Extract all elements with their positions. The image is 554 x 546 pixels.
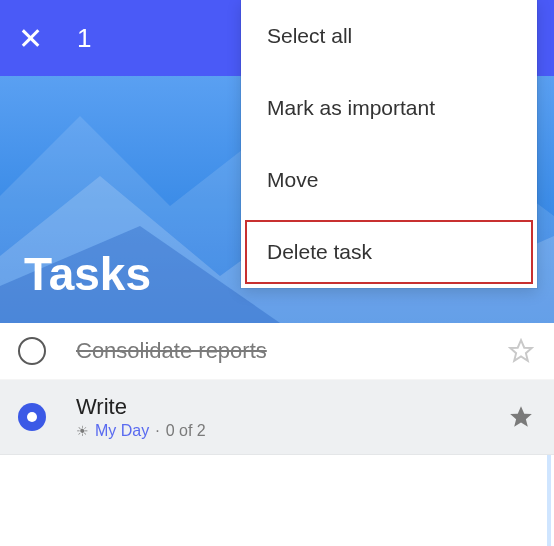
circle-icon[interactable] [18,337,46,365]
svg-marker-3 [510,340,532,361]
task-text: Write ☀ My Day · 0 of 2 [76,394,508,440]
task-row[interactable]: Consolidate reports [0,323,554,380]
task-progress: 0 of 2 [166,422,206,440]
task-title: Write [76,394,508,420]
myday-label: My Day [95,422,149,440]
svg-marker-4 [510,406,532,427]
task-subtitle: ☀ My Day · 0 of 2 [76,422,508,440]
star-filled-icon[interactable] [508,404,534,430]
menu-item-delete-task[interactable]: Delete task [241,216,537,288]
close-icon[interactable]: ✕ [18,21,43,56]
separator-dot: · [155,422,159,440]
context-menu: Select all Mark as important Move Delete… [241,0,537,288]
task-title: Consolidate reports [76,338,508,364]
task-list: Consolidate reports Write ☀ My Day · 0 o… [0,323,554,455]
task-text: Consolidate reports [76,338,508,364]
task-row[interactable]: Write ☀ My Day · 0 of 2 [0,380,554,455]
selection-count: 1 [77,23,91,54]
menu-item-move[interactable]: Move [241,144,537,216]
sun-icon: ☀ [76,423,89,439]
menu-item-select-all[interactable]: Select all [241,0,537,72]
star-outline-icon[interactable] [508,338,534,364]
page-title: Tasks [24,247,151,301]
selected-radio-icon[interactable] [18,403,46,431]
menu-item-mark-important[interactable]: Mark as important [241,72,537,144]
